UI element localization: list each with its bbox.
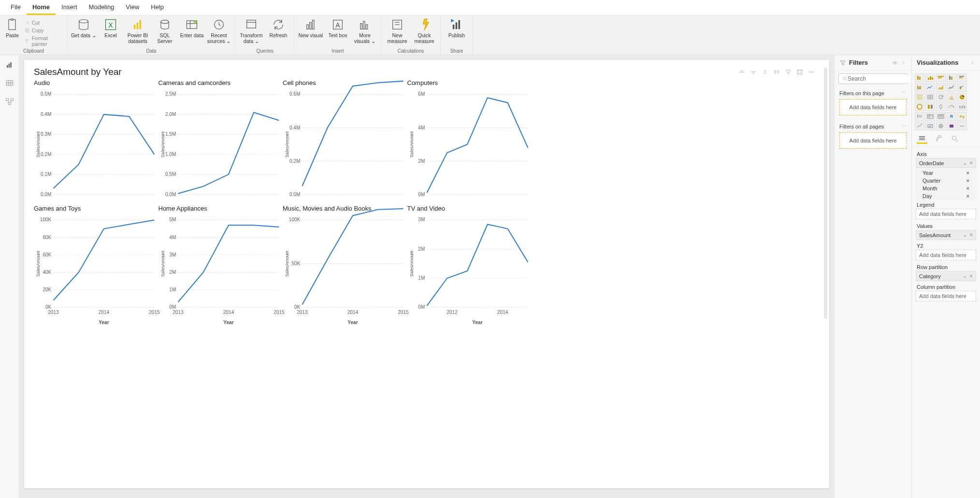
drill-up-icon[interactable] [738, 69, 745, 75]
format-painter-button[interactable]: Format painter [24, 34, 64, 48]
viz-type-23[interactable]: R [947, 112, 956, 121]
drill-down-icon[interactable] [750, 69, 757, 75]
chart-home-appliances[interactable]: Home Appliances0M1M2M3M4M5MSalesAmount20… [159, 204, 283, 329]
get-data-button[interactable]: Get data ⌄ [71, 17, 97, 38]
format-tab[interactable] [933, 133, 944, 144]
chart-tv-and-video[interactable]: TV and Video0M1M2M3MSalesAmount20122014Y… [407, 204, 532, 329]
filter-icon[interactable] [785, 69, 792, 75]
remove-icon[interactable]: × [966, 185, 969, 191]
visual-scrollbar[interactable] [824, 68, 827, 319]
viz-type-7[interactable] [936, 83, 946, 92]
remove-icon[interactable]: × [966, 193, 969, 199]
chart-cameras-and-camcorders[interactable]: Cameras and camcorders0.0M0.5M1.0M1.5M2.… [159, 78, 283, 204]
collapse-icon[interactable] [969, 60, 975, 66]
new-measure-button[interactable]: New measure [384, 17, 410, 44]
new-visual-button[interactable]: New visual [298, 17, 324, 38]
remove-icon[interactable]: × [966, 170, 969, 176]
legend-drop[interactable]: Add data fields here [916, 209, 976, 219]
viz-type-5[interactable] [915, 83, 924, 92]
excel-button[interactable]: XExcel [98, 17, 124, 38]
viz-type-4[interactable] [957, 73, 967, 82]
filter-search-input[interactable] [848, 75, 920, 82]
remove-icon[interactable]: × [966, 178, 969, 184]
chart-music-movies-and-audio-books[interactable]: Music, Movies and Audio Books0K50K100KSa… [283, 204, 407, 329]
axis-level-day[interactable]: Day× [916, 192, 976, 200]
viz-type-22[interactable] [936, 112, 946, 121]
viz-type-11[interactable] [925, 93, 935, 101]
report-canvas[interactable]: SalesAmount by Year Audio0.0M0.1M0.2M0.3… [24, 60, 829, 488]
menu-tab-help[interactable]: Help [145, 0, 170, 15]
viz-type-16[interactable] [925, 102, 935, 111]
row-partition-field-category[interactable]: Category⌄× [916, 271, 976, 281]
filter-search[interactable] [838, 73, 908, 84]
viz-type-26[interactable] [925, 122, 935, 130]
text-box-button[interactable]: AText box [325, 17, 351, 38]
filters-on-page-drop[interactable]: Add data fields here [839, 99, 907, 115]
focus-mode-icon[interactable] [796, 69, 803, 75]
values-field-salesamount[interactable]: SalesAmount⌄× [916, 230, 976, 240]
col-partition-drop[interactable]: Add data fields here [916, 291, 976, 301]
chart-audio[interactable]: Audio0.0M0.1M0.2M0.3M0.4M0.5MSalesAmount [34, 78, 159, 204]
axis-level-quarter[interactable]: Quarter× [916, 177, 976, 185]
menu-tab-modeling[interactable]: Modeling [83, 0, 120, 15]
quick-measure-button[interactable]: Quick measure [411, 17, 437, 44]
viz-type-13[interactable] [947, 93, 956, 101]
axis-level-year[interactable]: Year× [916, 169, 976, 177]
viz-type-24[interactable]: Py [957, 112, 967, 121]
viz-type-14[interactable] [957, 93, 967, 101]
paste-button[interactable]: Paste [3, 17, 22, 38]
transform-data-button[interactable]: Transform data ⌄ [238, 17, 264, 44]
expand-all-icon[interactable] [762, 69, 768, 75]
publish-button[interactable]: Publish [444, 17, 470, 38]
refresh-button[interactable]: Refresh [265, 17, 291, 38]
viz-type-15[interactable] [915, 102, 924, 111]
viz-type-28[interactable] [947, 122, 956, 130]
cut-button[interactable]: Cut [24, 19, 64, 27]
copy-button[interactable]: Copy [24, 27, 64, 34]
filters-on-all-drop[interactable]: Add data fields here [839, 132, 907, 149]
more-visuals-button[interactable]: More visuals ⌄ [352, 17, 378, 44]
pbi-datasets-button[interactable]: Power BI datasets [125, 17, 151, 44]
more-options-icon[interactable] [808, 69, 815, 75]
recent-sources-button[interactable]: Recent sources ⌄ [206, 17, 232, 44]
chart-games-and-toys[interactable]: Games and Toys0K20K40K60K80K100KSalesAmo… [34, 204, 159, 329]
sql-server-button[interactable]: SQL Server [152, 17, 178, 44]
menu-tab-insert[interactable]: Insert [56, 0, 83, 15]
menu-tab-file[interactable]: File [5, 0, 27, 15]
report-view-button[interactable] [4, 59, 15, 71]
axis-level-month[interactable]: Month× [916, 185, 976, 192]
viz-type-19[interactable]: 123 [957, 102, 967, 111]
viz-type-21[interactable] [925, 112, 935, 121]
viz-type-27[interactable] [936, 122, 946, 130]
viz-type-18[interactable] [947, 102, 956, 111]
viz-type-25[interactable] [915, 122, 924, 130]
y2-drop[interactable]: Add data fields here [916, 250, 976, 260]
viz-type-2[interactable] [936, 73, 946, 82]
viz-type-9[interactable] [957, 83, 967, 92]
viz-type-8[interactable] [947, 83, 956, 92]
chart-cell-phones[interactable]: Cell phones0.0M0.2M0.4M0.6MSalesAmount [283, 78, 407, 204]
remove-icon[interactable]: × [967, 160, 973, 166]
viz-type-6[interactable] [925, 83, 935, 92]
viz-type-1[interactable] [925, 73, 935, 82]
viz-type-3[interactable] [947, 73, 956, 82]
viz-type-29[interactable] [957, 122, 967, 130]
chart-computers[interactable]: Computers0M2M4M6MSalesAmount [407, 78, 532, 204]
viz-type-17[interactable] [936, 102, 946, 111]
axis-field-orderdate[interactable]: OrderDate⌄× [916, 158, 976, 168]
enter-data-button[interactable]: +Enter data [179, 17, 205, 38]
remove-icon[interactable]: × [967, 232, 973, 238]
viz-type-0[interactable] [915, 73, 924, 82]
menu-tab-view[interactable]: View [120, 0, 145, 15]
collapse-icon[interactable] [901, 60, 907, 66]
eye-icon[interactable] [892, 60, 898, 66]
go-to-next-level-icon[interactable] [773, 69, 780, 75]
viz-type-20[interactable] [915, 112, 924, 121]
model-view-button[interactable] [4, 96, 15, 107]
remove-icon[interactable]: × [967, 273, 973, 279]
data-view-button[interactable] [4, 77, 15, 89]
viz-type-12[interactable] [936, 93, 946, 101]
viz-type-10[interactable] [915, 93, 924, 101]
analytics-tab[interactable] [950, 133, 960, 144]
menu-tab-home[interactable]: Home [27, 0, 56, 15]
